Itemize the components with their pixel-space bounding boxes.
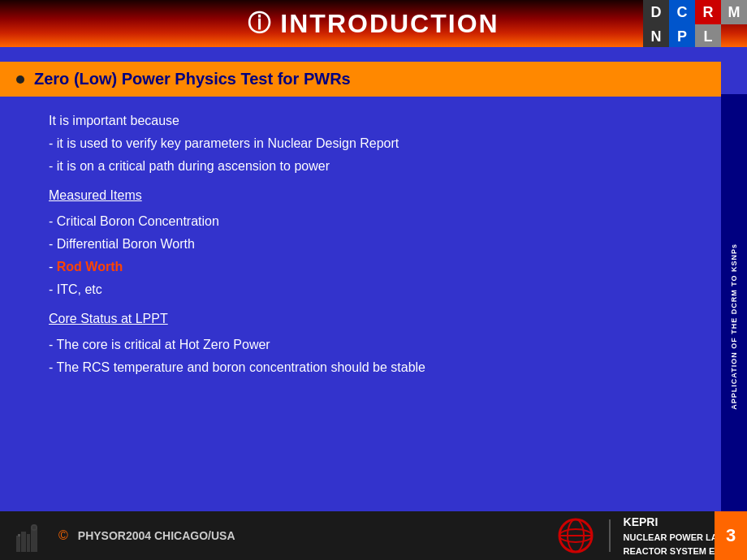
svg-rect-1 bbox=[21, 532, 26, 552]
intro-line: It is important because bbox=[49, 111, 697, 131]
footer: © PHYSOR2004 CHICAGO/USA KEPRI NUCLEAR P… bbox=[0, 511, 747, 560]
measured-heading: Measured Items bbox=[49, 186, 697, 209]
header-title: ⓘ INTRODUCTION bbox=[248, 8, 499, 39]
title-text: INTRODUCTION bbox=[280, 9, 499, 39]
content-line1: - it is used to verify key parameters in… bbox=[49, 134, 697, 153]
core-block: Core Status at LPPT - The core is critic… bbox=[49, 309, 697, 377]
svg-rect-6 bbox=[32, 526, 36, 529]
rod-worth-text: Rod Worth bbox=[57, 260, 123, 274]
page-number: 3 bbox=[715, 511, 747, 560]
logo-r: R bbox=[695, 0, 721, 24]
right-sidebar: APPLICATION OF THE DCRM TO KSNPs bbox=[721, 94, 747, 558]
svg-rect-4 bbox=[18, 534, 20, 536]
core-heading-text: Core Status at LPPT bbox=[49, 309, 168, 329]
measured-1: - Critical Boron Concentration bbox=[49, 212, 697, 231]
logo-d: D bbox=[643, 0, 669, 24]
core-heading: Core Status at LPPT bbox=[49, 309, 697, 332]
measured-3: - Rod Worth bbox=[49, 257, 697, 277]
footer-physor-text: PHYSOR2004 CHICAGO/USA bbox=[78, 529, 235, 542]
logo-n: N bbox=[643, 24, 669, 49]
info-icon: ⓘ bbox=[248, 8, 272, 39]
main-content: APPLICATION OF THE DCRM TO KSNPs Zero (L… bbox=[0, 47, 747, 511]
footer-center: KEPRI NUCLEAR POWER LAB. REACTOR SYSTEM … bbox=[555, 514, 731, 558]
text-area: It is important because - it is used to … bbox=[0, 97, 721, 395]
footer-divider bbox=[609, 519, 611, 552]
intro-block: It is important because - it is used to … bbox=[49, 111, 697, 176]
sidebar-text: APPLICATION OF THE DCRM TO KSNPs bbox=[730, 243, 738, 410]
bullet-text: Zero (Low) Power Physics Test for PWRs bbox=[34, 70, 351, 88]
kepri-logo-icon bbox=[555, 518, 596, 554]
core-line2: - The RCS temperature and boron concentr… bbox=[49, 358, 697, 377]
measured-4: - ITC, etc bbox=[49, 280, 697, 299]
measured-block: Measured Items - Critical Boron Concentr… bbox=[49, 186, 697, 299]
copyright-symbol: © bbox=[58, 528, 68, 543]
header: ⓘ INTRODUCTION D C R M N P L bbox=[0, 0, 747, 47]
logo-c: C bbox=[669, 0, 695, 24]
logo-p: P bbox=[669, 24, 695, 49]
measured-heading-text: Measured Items bbox=[49, 186, 142, 205]
measured-2: - Differential Boron Worth bbox=[49, 235, 697, 254]
bullet-bar: Zero (Low) Power Physics Test for PWRs bbox=[0, 62, 721, 97]
measured-3-prefix: - bbox=[49, 260, 57, 274]
footer-left: © PHYSOR2004 CHICAGO/USA bbox=[16, 519, 235, 552]
logo-m: M bbox=[721, 0, 747, 24]
slide: ⓘ INTRODUCTION D C R M N P L APPLICATION… bbox=[0, 0, 747, 560]
content-line2: - it is on a critical path during ascens… bbox=[49, 157, 697, 176]
logo-l: L bbox=[695, 24, 721, 49]
svg-rect-2 bbox=[27, 534, 30, 552]
city-silhouette-icon bbox=[16, 519, 49, 552]
svg-rect-0 bbox=[16, 536, 20, 552]
bullet-dot bbox=[16, 75, 24, 84]
core-line1: - The core is critical at Hot Zero Power bbox=[49, 335, 697, 355]
svg-rect-3 bbox=[31, 528, 37, 552]
dcrm-logo: D C R M N P L bbox=[643, 0, 747, 49]
